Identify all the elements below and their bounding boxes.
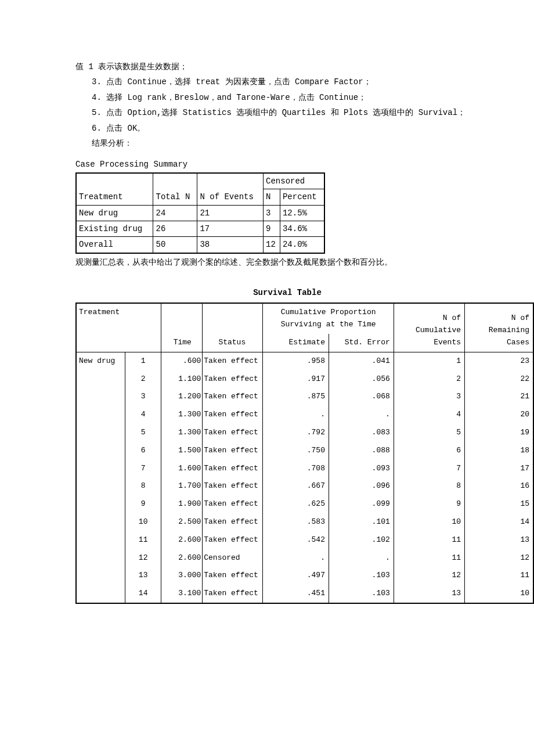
cell-percent: 12.5% xyxy=(280,205,324,221)
cell-time: 2.600 xyxy=(161,549,203,567)
col-time: Time xyxy=(161,303,203,352)
cell-est: .583 xyxy=(263,513,329,531)
instruction-step: 6. 点击 OK。 xyxy=(75,122,499,135)
col-n-events: N of Events xyxy=(197,173,264,205)
cell-time: 1.700 xyxy=(161,477,203,495)
table-row: 71.600Taken effect.708.093717 xyxy=(76,460,533,478)
cell-status: Taken effect xyxy=(203,370,263,388)
cell-cum: 12 xyxy=(394,567,464,585)
table-row: 133.000Taken effect.497.1031211 xyxy=(76,567,533,585)
cell-idx: 13 xyxy=(125,567,161,585)
case-summary-title: Case Processing Summary xyxy=(75,158,499,171)
cell-time: 1.300 xyxy=(161,406,203,424)
cell-idx: 10 xyxy=(125,513,161,531)
cell-treatment: New drug xyxy=(76,205,153,221)
col-censored-percent: Percent xyxy=(280,189,324,205)
cell-status: Censored xyxy=(203,549,263,567)
col-cum-prop: Cumulative Proportion Surviving at the T… xyxy=(263,303,394,334)
col-treatment: Treatment xyxy=(76,173,153,205)
cell-rem: 23 xyxy=(465,352,533,370)
cell-rem: 22 xyxy=(465,370,533,388)
col-estimate: Estimate xyxy=(263,334,329,352)
cell-cum: 9 xyxy=(394,495,464,513)
cell-time: 1.300 xyxy=(161,424,203,442)
cell-est: .875 xyxy=(263,388,329,406)
col-n-cum: N of Cumulative Events xyxy=(394,303,464,352)
cell-err: .083 xyxy=(329,424,394,442)
cell-cum: 3 xyxy=(394,388,464,406)
cell-n_events: 21 xyxy=(197,205,264,221)
cell-err: .096 xyxy=(329,477,394,495)
cell-rem: 13 xyxy=(465,531,533,549)
table-row: 81.700Taken effect.667.096816 xyxy=(76,477,533,495)
cell-idx: 1 xyxy=(125,352,161,370)
table-row: 91.900Taken effect.625.099915 xyxy=(76,495,533,513)
cell-status: Taken effect xyxy=(203,513,263,531)
cell-est: .542 xyxy=(263,531,329,549)
cell-time: 1.100 xyxy=(161,370,203,388)
cell-est: .917 xyxy=(263,370,329,388)
cell-cum: 11 xyxy=(394,531,464,549)
instruction-step: 3. 点击 Continue，选择 treat 为因素变量，点击 Compare… xyxy=(75,75,499,88)
cell-cum: 7 xyxy=(394,460,464,478)
table-row: New drug2421312.5% xyxy=(76,205,324,221)
cell-status: Taken effect xyxy=(203,567,263,585)
cell-status: Taken effect xyxy=(203,406,263,424)
table-row: 61.500Taken effect.750.088618 xyxy=(76,442,533,460)
cell-time: 1.600 xyxy=(161,460,203,478)
cell-err: .056 xyxy=(329,370,394,388)
cell-time: 1.900 xyxy=(161,495,203,513)
cell-err: .093 xyxy=(329,460,394,478)
cell-err: . xyxy=(329,406,394,424)
cell-time: 1.200 xyxy=(161,388,203,406)
cell-idx: 6 xyxy=(125,442,161,460)
cell-err: .101 xyxy=(329,513,394,531)
cell-rem: 10 xyxy=(465,585,533,603)
table-row: 21.100Taken effect.917.056222 xyxy=(76,370,533,388)
cell-cum: 10 xyxy=(394,513,464,531)
cell-cum: 11 xyxy=(394,549,464,567)
table-row: 102.500Taken effect.583.1011014 xyxy=(76,513,533,531)
cell-idx: 12 xyxy=(125,549,161,567)
table-row: Overall50381224.0% xyxy=(76,237,324,253)
cell-time: 3.100 xyxy=(161,585,203,603)
cell-cum: 13 xyxy=(394,585,464,603)
cell-est: .792 xyxy=(263,424,329,442)
cell-cum: 5 xyxy=(394,424,464,442)
cell-percent: 24.0% xyxy=(280,237,324,253)
cell-idx: 9 xyxy=(125,495,161,513)
cell-n: 9 xyxy=(264,221,280,236)
cell-err: .068 xyxy=(329,388,394,406)
table-row: 31.200Taken effect.875.068321 xyxy=(76,388,533,406)
cell-n_events: 38 xyxy=(197,237,264,253)
cell-rem: 18 xyxy=(465,442,533,460)
cell-err: .099 xyxy=(329,495,394,513)
col-total-n: Total N xyxy=(153,173,197,205)
col-std-error: Std. Error xyxy=(329,334,394,352)
cell-n: 3 xyxy=(264,205,280,221)
cell-status: Taken effect xyxy=(203,424,263,442)
col-n-rem: N of Remaining Cases xyxy=(465,303,533,352)
survival-table: Treatment Time Status Cumulative Proport… xyxy=(75,303,534,604)
cell-treatment: Overall xyxy=(76,237,153,253)
cell-err: .103 xyxy=(329,585,394,603)
cell-idx: 7 xyxy=(125,460,161,478)
col-censored-n: N xyxy=(264,189,280,205)
cell-est: .497 xyxy=(263,567,329,585)
table-row: 143.100Taken effect.451.1031310 xyxy=(76,585,533,603)
cell-cum: 2 xyxy=(394,370,464,388)
cell-idx: 14 xyxy=(125,585,161,603)
cell-rem: 11 xyxy=(465,567,533,585)
col-treatment: Treatment xyxy=(76,303,161,352)
instructions-block: 值 1 表示该数据是生效数据； 3. 点击 Continue，选择 treat … xyxy=(75,60,499,150)
cell-status: Taken effect xyxy=(203,531,263,549)
cell-est: .750 xyxy=(263,442,329,460)
cell-est: .667 xyxy=(263,477,329,495)
instructions-intro: 值 1 表示该数据是生效数据； xyxy=(75,60,499,73)
table-row: 122.600Censored..1112 xyxy=(76,549,533,567)
cell-idx: 5 xyxy=(125,424,161,442)
cell-treatment: New drug xyxy=(76,352,125,603)
cell-total_n: 50 xyxy=(153,237,197,253)
cell-cum: 4 xyxy=(394,406,464,424)
cell-rem: 21 xyxy=(465,388,533,406)
